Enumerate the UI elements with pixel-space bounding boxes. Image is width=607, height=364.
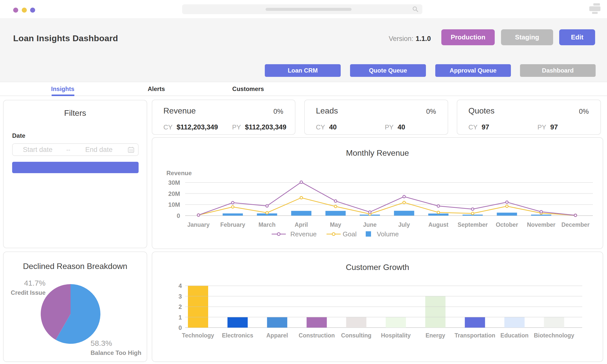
tab-alerts[interactable]: Alerts bbox=[128, 82, 184, 96]
production-button[interactable]: Production bbox=[441, 29, 495, 45]
active-tab-underline bbox=[52, 95, 74, 96]
window-dot-2[interactable] bbox=[22, 8, 27, 13]
window-dot-1[interactable] bbox=[13, 8, 18, 13]
pie-slice-label: Credit Issue bbox=[9, 288, 46, 297]
page-title: Loan Insights Dashboard bbox=[13, 33, 118, 43]
version-info: Version:1.1.0 bbox=[389, 35, 431, 43]
svg-text:July: July bbox=[398, 221, 410, 228]
kpi-cy-label: CY bbox=[316, 123, 325, 131]
svg-text:February: February bbox=[220, 221, 245, 228]
search-icon bbox=[412, 6, 419, 14]
pie-pct: 58.3% bbox=[91, 338, 141, 349]
pie-label-credit-issue: 41.7% Credit Issue bbox=[9, 278, 46, 297]
kpi-py-label: PY bbox=[537, 123, 546, 131]
start-date-field[interactable]: Start date bbox=[13, 146, 63, 154]
menu-bar-top bbox=[593, 3, 600, 6]
svg-text:September: September bbox=[458, 221, 488, 228]
kpi-delta: 0% bbox=[579, 108, 589, 116]
url-placeholder-bar bbox=[266, 8, 352, 11]
pie-pct: 41.7% bbox=[9, 278, 46, 288]
pie-label-balance-too-high: 58.3% Balance Too High bbox=[91, 338, 141, 357]
dashboard-header: Loan Insights Dashboard Version:1.1.0 Pr… bbox=[0, 18, 607, 82]
svg-text:3: 3 bbox=[179, 293, 182, 300]
tab-bar: Insights Alerts Customers bbox=[0, 82, 607, 96]
kpi-py-label: PY bbox=[232, 123, 241, 131]
svg-text:Goal: Goal bbox=[343, 230, 357, 238]
date-range-input[interactable]: Start date -- End date bbox=[12, 143, 139, 156]
svg-text:Energy: Energy bbox=[425, 332, 445, 339]
svg-text:August: August bbox=[428, 221, 449, 228]
kpi-py-value: 40 bbox=[398, 123, 405, 131]
kpi-cy-value: 40 bbox=[329, 123, 337, 131]
kpi-py-label: PY bbox=[385, 123, 394, 131]
customer-growth-chart: 01234TechnologyElectronicsApparelConstru… bbox=[152, 252, 603, 361]
svg-text:May: May bbox=[330, 221, 341, 228]
svg-text:Construction: Construction bbox=[299, 332, 335, 339]
nav-dashboard-button[interactable]: Dashboard bbox=[520, 64, 596, 77]
svg-text:30M: 30M bbox=[168, 179, 180, 186]
svg-text:20M: 20M bbox=[168, 190, 180, 197]
svg-text:Consulting: Consulting bbox=[341, 332, 372, 339]
end-date-field[interactable]: End date bbox=[74, 146, 124, 154]
kpi-title: Leads bbox=[316, 106, 338, 116]
kpi-cy-value: $112,203,349 bbox=[177, 123, 218, 131]
kpi-py-value: $112,203,349 bbox=[245, 123, 287, 131]
kpi-card-revenue: Revenue 0% CY$112,203,349 PY$112,203,349 bbox=[152, 100, 295, 135]
svg-text:10M: 10M bbox=[168, 201, 180, 208]
svg-text:2: 2 bbox=[179, 303, 182, 310]
svg-text:Electronics: Electronics bbox=[222, 332, 253, 339]
staging-button[interactable]: Staging bbox=[501, 29, 553, 45]
menu-bar-bottom bbox=[592, 12, 598, 14]
tab-insights[interactable]: Insights bbox=[35, 82, 91, 96]
window-dot-3[interactable] bbox=[30, 8, 35, 13]
kpi-delta: 0% bbox=[426, 108, 436, 116]
svg-text:1: 1 bbox=[179, 314, 182, 321]
svg-text:October: October bbox=[496, 221, 518, 228]
svg-text:Apparel: Apparel bbox=[266, 332, 288, 339]
svg-text:Technology: Technology bbox=[182, 332, 214, 339]
kpi-title: Revenue bbox=[163, 106, 196, 116]
svg-text:0: 0 bbox=[179, 324, 182, 331]
svg-text:January: January bbox=[187, 221, 210, 228]
filters-panel: Filters Date Start date -- End date bbox=[3, 100, 147, 248]
date-filter-label: Date bbox=[12, 132, 25, 139]
monthly-revenue-panel: Monthly Revenue 010M20M30MRevenueJanuary… bbox=[152, 137, 603, 249]
svg-text:April: April bbox=[295, 221, 308, 228]
svg-text:0: 0 bbox=[177, 212, 180, 219]
date-range-separator: -- bbox=[63, 146, 74, 153]
nav-quote-queue-button[interactable]: Quote Queue bbox=[350, 64, 426, 77]
version-value: 1.1.0 bbox=[416, 35, 431, 42]
edit-button[interactable]: Edit bbox=[559, 29, 595, 45]
kpi-cy-label: CY bbox=[468, 123, 478, 131]
kpi-cy-label: CY bbox=[163, 123, 172, 131]
apply-filter-button[interactable] bbox=[12, 162, 139, 173]
svg-text:November: November bbox=[527, 221, 556, 228]
customer-growth-panel: Customer Growth 01234TechnologyElectroni… bbox=[152, 252, 603, 362]
kpi-title: Quotes bbox=[468, 106, 494, 116]
svg-text:Hospitality: Hospitality bbox=[381, 332, 411, 339]
version-label: Version: bbox=[389, 35, 414, 42]
menu-bar-middle bbox=[589, 6, 600, 11]
window-menu-icon[interactable] bbox=[589, 3, 601, 14]
calendar-icon[interactable] bbox=[124, 146, 138, 153]
nav-loan-crm-button[interactable]: Loan CRM bbox=[265, 64, 341, 77]
svg-text:Transportation: Transportation bbox=[454, 332, 495, 339]
svg-text:Revenue: Revenue bbox=[290, 230, 317, 238]
nav-approval-queue-button[interactable]: Approval Queue bbox=[435, 64, 511, 77]
svg-text:Volume: Volume bbox=[377, 230, 399, 238]
window-topbar bbox=[0, 0, 607, 18]
declined-breakdown-panel: Declined Reason Breakdown 41.7% Credit I… bbox=[3, 252, 147, 362]
svg-text:December: December bbox=[561, 221, 590, 228]
svg-text:June: June bbox=[363, 221, 377, 228]
address-search-bar[interactable] bbox=[182, 4, 422, 14]
kpi-card-quotes: Quotes 0% CY97 PY97 bbox=[457, 100, 601, 135]
pie-slice-label: Balance Too High bbox=[91, 349, 141, 357]
kpi-card-leads: Leads 0% CY40 PY40 bbox=[304, 100, 448, 135]
monthly-revenue-chart: 010M20M30MRevenueJanuaryFebruaryMarchApr… bbox=[152, 138, 603, 248]
tab-customers[interactable]: Customers bbox=[220, 82, 276, 96]
svg-text:Revenue: Revenue bbox=[166, 170, 192, 176]
svg-text:4: 4 bbox=[179, 282, 182, 289]
kpi-delta: 0% bbox=[273, 108, 283, 116]
svg-text:Education: Education bbox=[501, 332, 529, 339]
svg-text:Biotechnology: Biotechnology bbox=[534, 332, 574, 339]
